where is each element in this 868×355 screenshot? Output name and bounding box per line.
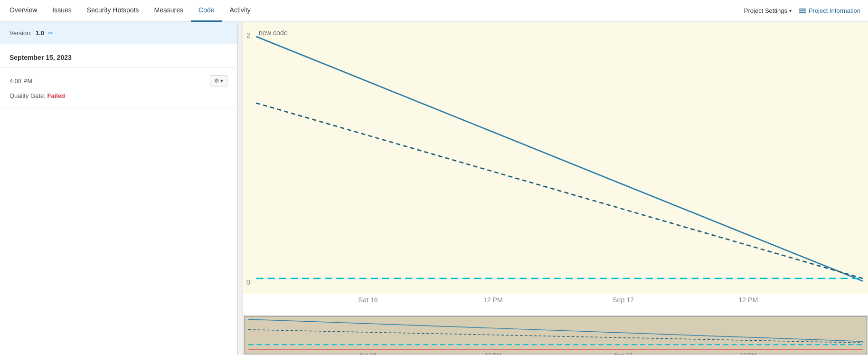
svg-text:0: 0 bbox=[246, 278, 250, 286]
main-layout: Version: 1.0 ✏ September 15, 2023 4:08 P… bbox=[0, 22, 868, 355]
nav-security-hotspots[interactable]: Security Hotspots bbox=[79, 0, 147, 22]
quality-gate-label: Quality Gate: bbox=[9, 92, 46, 99]
activity-time-row: 4:08 PM ⚙ ▾ bbox=[9, 75, 227, 86]
svg-text:Sat 16: Sat 16 bbox=[360, 353, 377, 355]
svg-text:12 PM: 12 PM bbox=[483, 296, 503, 304]
chevron-down-icon: ▾ bbox=[789, 8, 792, 13]
nav-activity[interactable]: Activity bbox=[222, 0, 258, 22]
svg-rect-0 bbox=[243, 22, 868, 294]
svg-text:12 PM: 12 PM bbox=[485, 353, 501, 355]
project-info-label: Project Information bbox=[809, 7, 860, 14]
activity-time: 4:08 PM bbox=[9, 77, 32, 85]
svg-text:Sep 17: Sep 17 bbox=[613, 296, 634, 304]
svg-rect-10 bbox=[244, 317, 867, 354]
activity-entry: 4:08 PM ⚙ ▾ Quality Gate: Failed bbox=[0, 67, 237, 107]
project-settings-button[interactable]: Project Settings ▾ bbox=[744, 7, 792, 14]
new-code-label: new code bbox=[259, 29, 288, 37]
svg-text:12 PM: 12 PM bbox=[740, 353, 756, 355]
version-label: Version: bbox=[9, 29, 32, 37]
main-chart-svg: new code 2 0 Sat 16 12 PM Sep 17 12 PM bbox=[243, 22, 868, 315]
svg-text:2: 2 bbox=[246, 31, 250, 39]
quality-gate-value: Failed bbox=[47, 92, 66, 99]
chart-main: new code 2 0 Sat 16 12 PM Sep 17 12 PM bbox=[243, 22, 868, 315]
gear-caret: ▾ bbox=[220, 77, 223, 84]
project-settings-label: Project Settings bbox=[744, 7, 787, 14]
right-panel: new code 2 0 Sat 16 12 PM Sep 17 12 PM bbox=[243, 22, 868, 355]
nav-code[interactable]: Code bbox=[191, 0, 222, 22]
svg-text:Sep 17: Sep 17 bbox=[614, 353, 632, 355]
date-header: September 15, 2023 bbox=[0, 44, 237, 67]
project-information-button[interactable]: Project Information bbox=[799, 7, 860, 14]
scroll-divider bbox=[237, 22, 243, 355]
version-box: Version: 1.0 ✏ bbox=[0, 22, 237, 44]
gear-icon: ⚙ bbox=[214, 77, 219, 84]
edit-icon[interactable]: ✏ bbox=[48, 29, 53, 37]
nav-right-actions: Project Settings ▾ Project Information bbox=[744, 7, 868, 14]
version-value: 1.0 bbox=[36, 29, 44, 37]
nav-overview[interactable]: Overview bbox=[2, 0, 45, 22]
mini-chart-svg: Sat 16 12 PM Sep 17 12 PM bbox=[243, 316, 868, 355]
gear-settings-button[interactable]: ⚙ ▾ bbox=[210, 75, 227, 86]
top-navigation: Overview Issues Security Hotspots Measur… bbox=[0, 0, 868, 22]
quality-gate-row: Quality Gate: Failed bbox=[9, 92, 227, 99]
list-icon bbox=[799, 9, 806, 13]
svg-text:Sat 16: Sat 16 bbox=[359, 296, 378, 304]
left-panel: Version: 1.0 ✏ September 15, 2023 4:08 P… bbox=[0, 22, 237, 355]
nav-issues[interactable]: Issues bbox=[45, 0, 79, 22]
svg-text:12 PM: 12 PM bbox=[738, 296, 758, 304]
chart-mini: Sat 16 12 PM Sep 17 12 PM bbox=[243, 315, 868, 355]
nav-measures[interactable]: Measures bbox=[147, 0, 191, 22]
